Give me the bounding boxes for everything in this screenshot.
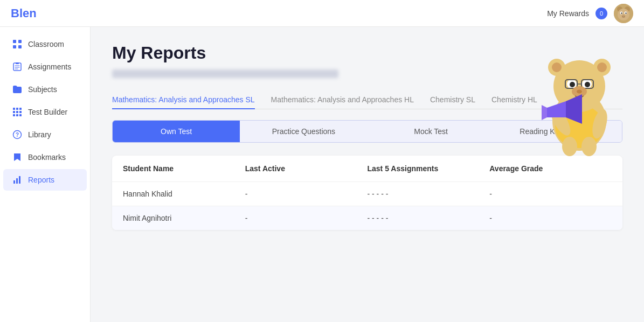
svg-rect-18 xyxy=(13,111,15,113)
sidebar: Classroom Assignments Subjects xyxy=(0,27,91,322)
col-header-last5: Last 5 Assignments xyxy=(368,164,490,173)
logo: Blen xyxy=(11,6,37,20)
sidebar-item-assignments[interactable]: Assignments xyxy=(3,56,87,78)
clipboard-icon xyxy=(12,61,23,72)
row2-last-active: - xyxy=(245,214,368,222)
col-header-last-active: Last Active xyxy=(245,164,368,173)
row2-last5: - - - - - xyxy=(368,214,490,222)
table-row: Hannah Khalid - - - - - - - xyxy=(112,181,622,206)
subtitle-blurred xyxy=(112,69,338,78)
svg-rect-17 xyxy=(19,108,22,110)
notification-badge[interactable]: 0 xyxy=(595,8,607,19)
sidebar-item-classroom[interactable]: Classroom xyxy=(3,33,87,55)
row2-name: Nimit Agnihotri xyxy=(123,214,245,222)
svg-point-43 xyxy=(577,90,582,94)
header-right: My Rewards 0 xyxy=(547,4,633,23)
svg-rect-10 xyxy=(18,40,22,43)
sidebar-item-library-label: Library xyxy=(28,130,51,139)
type-tab-practice[interactable]: Practice Questions xyxy=(240,121,367,142)
sidebar-item-test-builder[interactable]: Test Builder xyxy=(3,101,87,123)
my-rewards-link[interactable]: My Rewards xyxy=(547,9,589,18)
svg-point-46 xyxy=(562,137,577,156)
sidebar-item-test-builder-label: Test Builder xyxy=(28,108,67,116)
svg-point-35 xyxy=(597,62,607,72)
svg-rect-21 xyxy=(13,114,15,116)
svg-rect-20 xyxy=(19,111,22,113)
svg-rect-22 xyxy=(16,114,18,116)
sidebar-item-subjects-label: Subjects xyxy=(28,85,57,94)
top-header: Blen My Rewards 0 xyxy=(0,0,644,27)
svg-rect-27 xyxy=(16,178,18,184)
notification-count: 0 xyxy=(595,8,607,19)
svg-point-7 xyxy=(625,12,626,13)
row2-avg-grade: - xyxy=(489,214,612,222)
svg-rect-13 xyxy=(13,63,21,71)
sidebar-item-classroom-label: Classroom xyxy=(28,40,64,48)
subject-tab-maa-hl[interactable]: Mathematics: Analysis and Approaches HL xyxy=(271,91,414,109)
sidebar-item-reports-label: Reports xyxy=(28,176,54,184)
svg-point-6 xyxy=(621,12,622,13)
content-area: My Reports Mathematics: Analysis and App… xyxy=(91,27,644,322)
bar-chart-icon xyxy=(12,174,23,185)
svg-rect-19 xyxy=(16,111,18,113)
svg-text:?: ? xyxy=(16,132,19,138)
svg-point-8 xyxy=(622,15,625,17)
row1-name: Hannah Khalid xyxy=(123,190,245,198)
type-tab-own-test[interactable]: Own Test xyxy=(113,121,240,142)
row1-avg-grade: - xyxy=(489,190,612,198)
row1-last-active: - xyxy=(245,190,368,198)
sidebar-item-subjects[interactable]: Subjects xyxy=(3,79,87,100)
bookmark-icon xyxy=(12,152,23,163)
svg-rect-28 xyxy=(19,176,20,184)
svg-rect-11 xyxy=(13,45,16,48)
col-header-avg-grade: Average Grade xyxy=(489,164,612,173)
report-table: Student Name Last Active Last 5 Assignme… xyxy=(112,156,622,230)
sidebar-item-bookmarks[interactable]: Bookmarks xyxy=(3,146,87,168)
table-row: Nimit Agnihotri - - - - - - - xyxy=(112,206,622,230)
mascot xyxy=(531,38,628,145)
svg-point-33 xyxy=(552,62,562,72)
svg-rect-23 xyxy=(19,114,22,116)
main-layout: Classroom Assignments Subjects xyxy=(0,27,644,322)
folder-icon xyxy=(12,84,23,95)
avatar[interactable] xyxy=(614,4,633,23)
svg-rect-15 xyxy=(13,108,15,110)
svg-point-47 xyxy=(581,137,597,156)
subject-tab-chem-sl[interactable]: Chemistry SL xyxy=(430,91,475,109)
table-header: Student Name Last Active Last 5 Assignme… xyxy=(112,156,622,181)
grid-icon xyxy=(12,39,23,50)
type-tab-mock[interactable]: Mock Test xyxy=(368,121,495,142)
svg-rect-12 xyxy=(18,45,22,48)
sidebar-item-bookmarks-label: Bookmarks xyxy=(28,153,66,162)
sidebar-item-library[interactable]: ? Library xyxy=(3,124,87,145)
svg-rect-9 xyxy=(13,40,16,43)
subject-tab-maa-sl[interactable]: Mathematics: Analysis and Approaches SL xyxy=(112,91,255,109)
svg-rect-16 xyxy=(16,108,18,110)
grid4-icon xyxy=(12,107,23,117)
col-header-name: Student Name xyxy=(123,164,245,173)
sidebar-item-assignments-label: Assignments xyxy=(28,62,71,71)
svg-rect-14 xyxy=(16,62,19,64)
row1-last5: - - - - - xyxy=(368,190,490,198)
svg-rect-26 xyxy=(13,180,15,184)
svg-point-38 xyxy=(570,82,575,87)
question-icon: ? xyxy=(12,129,23,140)
svg-point-39 xyxy=(585,82,590,87)
sidebar-item-reports[interactable]: Reports xyxy=(3,169,87,191)
